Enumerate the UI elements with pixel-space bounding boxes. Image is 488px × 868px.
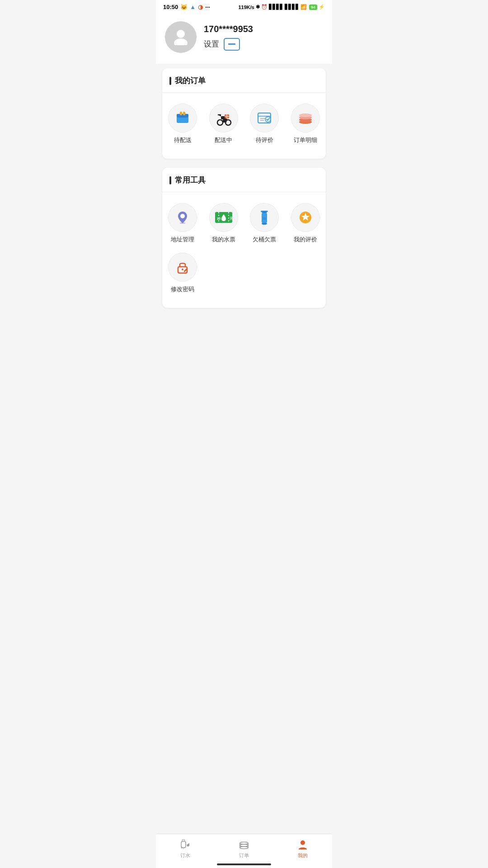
owe-barrel-label: 欠桶欠票: [253, 236, 276, 244]
emoji-icon: 🐱: [180, 4, 188, 10]
address-mgmt-icon-circle: [168, 203, 197, 232]
title-bar-decoration: [169, 77, 171, 85]
svg-point-40: [182, 269, 183, 270]
tools-card: 常用工具 地址管理: [162, 168, 326, 308]
status-bar: 10:50 🐱 ▲ ◑ ··· 119K/s ✱ ⏰ ▋▋▋▋ ▋▋▋▋ 📶 9…: [156, 0, 332, 12]
my-review-icon-circle: [291, 203, 320, 232]
profile-settings-row: 设置: [204, 38, 253, 51]
pending-review-item[interactable]: 待评价: [244, 100, 285, 150]
alarm-icon: ⏰: [261, 4, 267, 10]
svg-point-6: [217, 120, 223, 125]
my-orders-card: 我的订单 待配送: [162, 68, 326, 159]
tools-title-text: 常用工具: [175, 175, 206, 185]
settings-label[interactable]: 设置: [204, 39, 219, 49]
svg-point-34: [262, 223, 267, 225]
svg-rect-24: [180, 222, 185, 224]
time-display: 10:50: [163, 4, 178, 10]
tools-icon-grid: 地址管理 10 元 我的水票: [162, 192, 326, 299]
scan-icon[interactable]: [224, 38, 240, 51]
owe-barrel-item[interactable]: 欠桶欠票: [244, 199, 285, 249]
address-mgmt-label: 地址管理: [171, 236, 194, 244]
profile-info: 170****9953 设置: [204, 24, 253, 51]
bottom-spacer: [156, 312, 332, 349]
status-right: 119K/s ✱ ⏰ ▋▋▋▋ ▋▋▋▋ 📶 94 ⚡: [239, 4, 325, 10]
svg-point-1: [174, 38, 188, 45]
change-pwd-label: 修改密码: [171, 285, 194, 293]
delivering-label: 配送中: [215, 136, 232, 144]
delivering-icon-circle: [209, 104, 238, 132]
signal-icon2: ▋▋▋▋: [285, 4, 299, 10]
my-review-item[interactable]: 我的评价: [285, 199, 326, 249]
my-review-label: 我的评价: [294, 236, 317, 244]
order-detail-label: 订单明细: [294, 136, 317, 144]
svg-text:元: 元: [230, 217, 233, 221]
my-orders-title: 我的订单: [162, 75, 326, 93]
order-detail-icon-circle: [291, 104, 320, 132]
svg-point-22: [299, 113, 312, 117]
address-mgmt-item[interactable]: 地址管理: [162, 199, 203, 249]
water-ticket-item[interactable]: 10 元 我的水票: [203, 199, 244, 249]
profile-header: 170****9953 设置: [156, 12, 332, 64]
pending-delivery-icon-circle: [168, 104, 197, 132]
app-icon: ◑: [198, 4, 203, 10]
wifi-icon: 📶: [300, 4, 307, 10]
delivering-item[interactable]: 配送中: [203, 100, 244, 150]
svg-rect-4: [180, 112, 182, 115]
pending-delivery-item[interactable]: 待配送: [162, 100, 203, 150]
my-orders-title-text: 我的订单: [175, 75, 206, 86]
tools-title-bar-decoration: [169, 176, 171, 184]
network-speed: 119K/s: [239, 5, 254, 10]
change-pwd-icon-circle: [168, 253, 197, 282]
charging-icon: ⚡: [319, 4, 325, 10]
bluetooth-icon: ✱: [256, 4, 260, 10]
notification-icon: ▲: [190, 4, 196, 10]
orders-icon-grid: 待配送 配送中: [162, 93, 326, 150]
order-detail-item[interactable]: 订单明细: [285, 100, 326, 150]
pending-review-icon-circle: [250, 104, 279, 132]
scan-inner-bar: [228, 43, 235, 45]
avatar-icon: [172, 27, 190, 47]
svg-rect-33: [263, 217, 266, 220]
more-icon: ···: [205, 4, 210, 10]
water-ticket-label: 我的水票: [212, 236, 235, 244]
tools-title: 常用工具: [162, 175, 326, 192]
change-pwd-item[interactable]: 修改密码: [162, 249, 203, 299]
avatar: [165, 21, 197, 53]
svg-point-32: [262, 211, 267, 213]
svg-point-23: [180, 214, 185, 218]
svg-text:10: 10: [216, 217, 221, 221]
battery-display: 94: [309, 5, 317, 10]
profile-phone: 170****9953: [204, 24, 253, 34]
owe-barrel-icon-circle: [250, 203, 279, 232]
water-ticket-icon-circle: 10 元: [209, 203, 238, 232]
pending-review-label: 待评价: [256, 136, 273, 144]
svg-rect-5: [183, 112, 185, 115]
svg-point-0: [177, 30, 185, 38]
pending-delivery-label: 待配送: [174, 136, 192, 144]
signal-icon1: ▋▋▋▋: [269, 4, 283, 10]
svg-rect-3: [177, 114, 188, 118]
status-left: 10:50 🐱 ▲ ◑ ···: [163, 4, 210, 10]
